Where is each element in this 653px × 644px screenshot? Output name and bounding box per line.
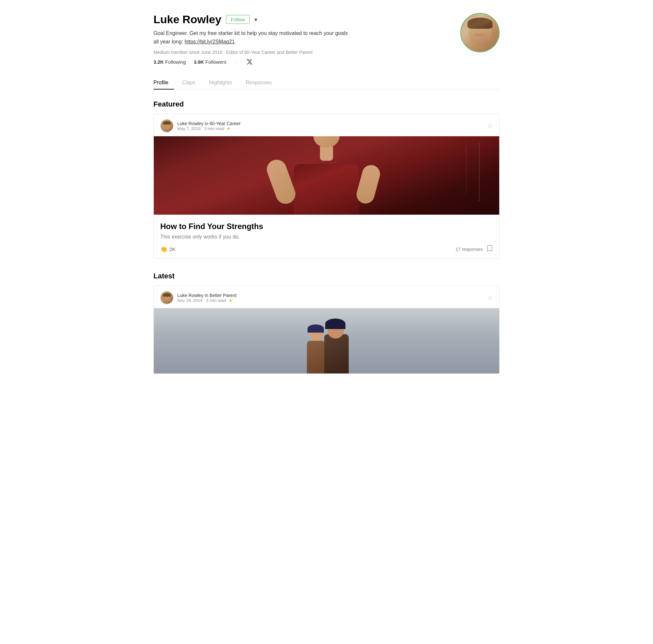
latest-card-author-name: Luke Rowley in Better Parent bbox=[177, 293, 236, 298]
featured-card-bookmark-star[interactable]: ☆ bbox=[487, 122, 493, 130]
bio-link[interactable]: https://bit.ly/2SMag21 bbox=[185, 39, 235, 44]
following-stat[interactable]: 3.2K Following bbox=[153, 59, 186, 65]
featured-card-author-name: Luke Rowley in 60-Year Career bbox=[177, 121, 241, 126]
featured-responses-count[interactable]: 17 responses bbox=[456, 247, 483, 252]
featured-article-card[interactable]: Luke Rowley in 60-Year Career May 7, 201… bbox=[153, 114, 500, 259]
latest-article-card[interactable]: Luke Rowley in Better Parent Nov 19, 201… bbox=[153, 285, 500, 374]
featured-section: Featured Luke Rowley in 60-Year Care bbox=[153, 100, 500, 259]
featured-card-right-actions: 17 responses bbox=[456, 245, 493, 253]
latest-card-date: Nov 19, 2019 · 3 min read ★ bbox=[177, 298, 236, 303]
latest-card-meta: Luke Rowley in Better Parent Nov 19, 201… bbox=[154, 286, 499, 308]
featured-clap-count: 2K bbox=[169, 246, 175, 252]
latest-card-author-info: Luke Rowley in Better Parent Nov 19, 201… bbox=[177, 293, 236, 303]
featured-card-title[interactable]: How to Find Your Strengths bbox=[160, 221, 493, 231]
featured-card-author-info: Luke Rowley in 60-Year Career May 7, 201… bbox=[177, 121, 241, 131]
featured-card-star-meta: ★ bbox=[226, 126, 231, 131]
latest-card-image bbox=[154, 308, 499, 373]
featured-card-avatar bbox=[160, 119, 173, 132]
latest-title: Latest bbox=[153, 272, 500, 280]
latest-card-author-row: Luke Rowley in Better Parent Nov 19, 201… bbox=[160, 291, 236, 304]
latest-card-avatar bbox=[160, 291, 173, 304]
profile-info: Luke Rowley Follow ▾ Goal Engineer. Get … bbox=[153, 13, 460, 65]
chevron-down-icon[interactable]: ▾ bbox=[255, 16, 257, 23]
follow-button[interactable]: Follow bbox=[226, 15, 250, 24]
featured-card-subtitle: This exercise only works if you do. bbox=[160, 234, 493, 240]
profile-stats: 3.2K Following 3.9K Followers · bbox=[153, 58, 460, 65]
tab-highlights[interactable]: Highlights bbox=[209, 76, 238, 90]
tab-profile[interactable]: Profile bbox=[153, 76, 174, 90]
featured-card-clap-row: 👏 2K bbox=[160, 246, 175, 253]
page-wrapper: Luke Rowley Follow ▾ Goal Engineer. Get … bbox=[147, 0, 506, 407]
featured-card-date: May 7, 2019 · 3 min read ★ bbox=[177, 126, 241, 131]
featured-card-meta: Luke Rowley in 60-Year Career May 7, 201… bbox=[154, 114, 499, 136]
featured-card-footer: 👏 2K 17 responses bbox=[160, 245, 493, 253]
twitter-icon[interactable] bbox=[246, 58, 253, 65]
profile-header: Luke Rowley Follow ▾ Goal Engineer. Get … bbox=[153, 13, 500, 65]
profile-tabs: Profile Claps Highlights Responses bbox=[153, 76, 500, 90]
latest-section: Latest Luke Rowley in Better Parent bbox=[153, 272, 500, 374]
followers-stat[interactable]: 3.9K Followers bbox=[194, 59, 226, 65]
profile-name: Luke Rowley bbox=[153, 13, 221, 26]
featured-title: Featured bbox=[153, 100, 500, 109]
tab-responses[interactable]: Responses bbox=[246, 76, 278, 90]
latest-card-star-meta: ★ bbox=[228, 298, 233, 303]
bio-text: Goal Engineer. Get my free starter kit t… bbox=[153, 30, 348, 44]
separator: · bbox=[235, 59, 237, 65]
featured-card-body: How to Find Your Strengths This exercise… bbox=[154, 215, 499, 258]
featured-card-image bbox=[154, 136, 499, 215]
profile-avatar bbox=[460, 13, 500, 52]
profile-bio: Goal Engineer. Get my free starter kit t… bbox=[153, 29, 349, 46]
featured-card-author-row: Luke Rowley in 60-Year Career May 7, 201… bbox=[160, 119, 241, 132]
tab-claps[interactable]: Claps bbox=[182, 76, 201, 90]
latest-card-bookmark-star[interactable]: ☆ bbox=[487, 294, 493, 302]
profile-name-row: Luke Rowley Follow ▾ bbox=[153, 13, 460, 26]
bookmark-icon[interactable] bbox=[487, 245, 493, 253]
profile-meta: Medium member since June 2018 · Editor o… bbox=[153, 50, 460, 55]
clap-icon[interactable]: 👏 bbox=[160, 246, 168, 253]
